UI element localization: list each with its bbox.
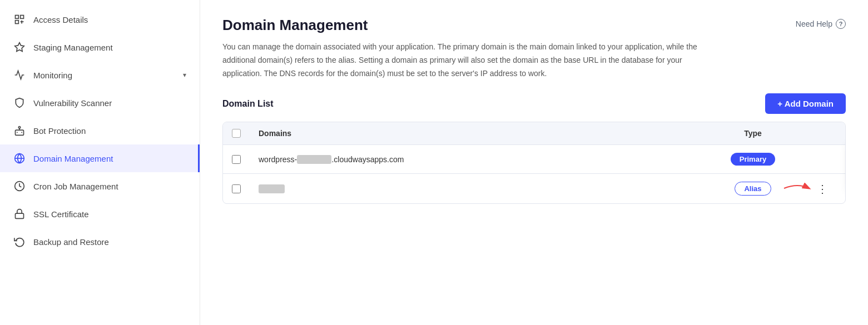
sidebar-item-ssl-certificate[interactable]: SSL Certificate <box>0 200 200 228</box>
row2-checkbox-col <box>232 184 254 193</box>
access-icon <box>13 13 26 26</box>
page-title: Domain Management <box>222 17 368 34</box>
domain-table: Domains Type wordpress- .cloudwaysapps.c… <box>222 122 846 204</box>
description-text: You can manage the domain associated wit… <box>222 41 723 80</box>
sidebar-item-staging-management[interactable]: Staging Management <box>0 33 200 61</box>
sidebar-item-bot-protection[interactable]: Bot Protection <box>0 117 200 144</box>
header-checkbox-col <box>232 129 254 138</box>
sidebar-label-cron-job-management: Cron Job Management <box>33 182 118 191</box>
header-checkbox[interactable] <box>232 129 241 138</box>
row2-checkbox[interactable] <box>232 184 241 193</box>
header-domains-col: Domains <box>254 129 697 138</box>
sidebar-label-ssl-certificate: SSL Certificate <box>33 209 89 219</box>
domain-icon <box>13 152 26 164</box>
add-domain-button[interactable]: + Add Domain <box>765 93 846 114</box>
row1-checkbox-col <box>232 155 254 164</box>
svg-point-7 <box>18 127 20 128</box>
row1-domain: wordpress- .cloudwaysapps.com <box>254 155 697 164</box>
sidebar-item-cron-job-management[interactable]: Cron Job Management <box>0 172 200 200</box>
sidebar-item-domain-management[interactable]: Domain Management <box>0 144 200 172</box>
header-type-col: Type <box>697 129 809 138</box>
cron-icon <box>13 180 26 192</box>
row1-type-badge: Primary <box>731 153 775 166</box>
svg-rect-6 <box>16 130 24 135</box>
backup-icon <box>13 236 26 248</box>
svg-rect-0 <box>16 16 19 19</box>
sidebar-item-backup-restore[interactable]: Backup and Restore <box>0 228 200 256</box>
row2-domain <box>254 184 697 193</box>
svg-marker-5 <box>15 43 24 52</box>
sidebar-item-access-details[interactable]: Access Details <box>0 6 200 33</box>
vulnerability-icon <box>13 97 26 109</box>
sidebar-label-vulnerability-scanner: Vulnerability Scanner <box>33 98 112 108</box>
monitoring-icon <box>13 69 26 81</box>
svg-rect-14 <box>16 213 24 218</box>
need-help-label: Need Help <box>796 19 832 28</box>
sidebar-label-staging-management: Staging Management <box>33 43 113 52</box>
row2-action-col[interactable]: ⋮ <box>809 183 836 194</box>
domain-list-title: Domain List <box>222 99 274 109</box>
monitoring-chevron-icon: ▾ <box>183 71 186 79</box>
sidebar-label-domain-management: Domain Management <box>33 154 113 163</box>
svg-rect-1 <box>21 16 24 19</box>
sidebar-label-access-details: Access Details <box>33 15 88 24</box>
sidebar-label-monitoring: Monitoring <box>33 71 72 80</box>
table-row: wordpress- .cloudwaysapps.com Primary Ma… <box>223 145 845 174</box>
svg-rect-2 <box>16 21 19 24</box>
row2-three-dots-icon[interactable]: ⋮ <box>817 183 829 194</box>
row2-type-col: Alias <box>697 182 809 196</box>
bot-icon <box>13 124 26 137</box>
sidebar-label-bot-protection: Bot Protection <box>33 126 86 136</box>
row1-domain-prefix: wordpress- <box>259 155 297 164</box>
row2-domain-blurred <box>259 184 285 193</box>
main-header: Domain Management Need Help ? <box>222 17 846 34</box>
table-row: Alias ⋮ <box>223 174 845 203</box>
table-header-row: Domains Type <box>223 122 845 145</box>
domain-list-header: Domain List + Add Domain <box>222 93 846 114</box>
row1-domain-blurred <box>297 155 331 164</box>
row1-type-col: Primary <box>697 153 809 166</box>
staging-icon <box>13 41 26 53</box>
row1-checkbox[interactable] <box>232 155 241 164</box>
sidebar: Access Details Staging Management Monito… <box>0 0 200 325</box>
need-help-link[interactable]: Need Help ? <box>796 19 846 29</box>
sidebar-item-vulnerability-scanner[interactable]: Vulnerability Scanner <box>0 89 200 117</box>
row2-type-badge: Alias <box>735 182 771 196</box>
sidebar-label-backup-restore: Backup and Restore <box>33 237 109 247</box>
row1-domain-suffix: .cloudwaysapps.com <box>331 155 404 164</box>
help-icon: ? <box>836 19 846 29</box>
sidebar-item-monitoring[interactable]: Monitoring ▾ <box>0 61 200 89</box>
main-content: Domain Management Need Help ? You can ma… <box>200 0 868 325</box>
ssl-icon <box>13 208 26 220</box>
